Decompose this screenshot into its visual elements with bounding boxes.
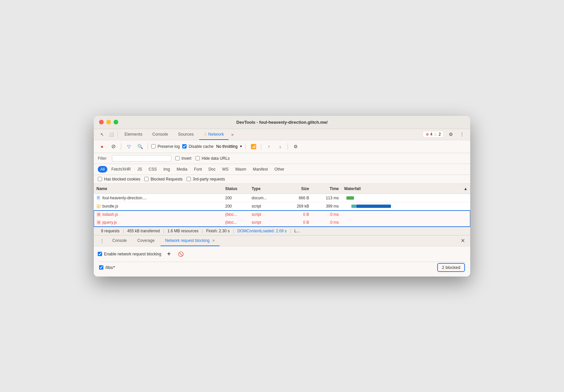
type-media[interactable]: Media bbox=[174, 166, 190, 173]
maximize-button[interactable] bbox=[114, 120, 118, 124]
row2-size: 0 B bbox=[282, 211, 312, 218]
hide-data-urls-input[interactable] bbox=[195, 156, 200, 160]
throttle-select[interactable]: No throttling bbox=[216, 144, 238, 149]
table-row[interactable]: {} bundle.js 200 script 269 kB 399 ms bbox=[94, 202, 470, 211]
tab-console-label: Console bbox=[152, 132, 168, 137]
row0-size: 666 B bbox=[282, 194, 312, 202]
record-icon[interactable]: ● bbox=[98, 142, 106, 151]
pattern-input[interactable] bbox=[99, 265, 103, 270]
type-fetch-xhr[interactable]: Fetch/XHR bbox=[109, 166, 133, 173]
preserve-log-label: Preserve log bbox=[158, 144, 180, 149]
tab-elements-label: Elements bbox=[124, 132, 142, 137]
type-wasm[interactable]: Wasm bbox=[232, 166, 249, 173]
row2-type: script bbox=[249, 211, 282, 218]
blocked-cookies-input[interactable] bbox=[98, 177, 102, 181]
type-other[interactable]: Other bbox=[272, 166, 287, 173]
invert-checkbox[interactable]: Invert bbox=[175, 156, 192, 161]
invert-input[interactable] bbox=[175, 156, 180, 160]
row3-status: (bloc... bbox=[223, 218, 249, 226]
cursor-icon[interactable]: ↖ bbox=[98, 130, 106, 139]
type-ws[interactable]: WS bbox=[220, 166, 231, 173]
type-manifest[interactable]: Manifest bbox=[250, 166, 270, 173]
third-party-label: 3rd-party requests bbox=[193, 177, 225, 181]
third-party-input[interactable] bbox=[187, 177, 191, 181]
error-circle-icon: ⊗ bbox=[426, 132, 429, 137]
blocking-panel: Enable network request blocking + 🚫 /lib… bbox=[94, 246, 470, 277]
enable-blocking-checkbox[interactable]: Enable network request blocking bbox=[98, 252, 161, 256]
tab-network[interactable]: ⚠ Network bbox=[199, 129, 229, 140]
close-tab-icon[interactable]: ✕ bbox=[212, 239, 215, 243]
add-pattern-icon[interactable]: + bbox=[164, 250, 173, 258]
type-all[interactable]: All bbox=[98, 166, 107, 173]
close-panel-icon[interactable]: ✕ bbox=[459, 236, 466, 245]
filter-input-wrap bbox=[112, 155, 171, 162]
minimize-button[interactable] bbox=[106, 120, 111, 124]
bottom-tab-network-blocking[interactable]: Network request blocking ✕ bbox=[160, 236, 220, 246]
th-time[interactable]: Time bbox=[312, 185, 341, 192]
filter-input[interactable] bbox=[114, 156, 160, 161]
filter-icon[interactable]: ▽ bbox=[124, 142, 133, 151]
preserve-log-input[interactable] bbox=[151, 144, 156, 148]
script-blocked-icon bbox=[96, 212, 101, 217]
load-time: L... bbox=[291, 229, 303, 233]
type-img[interactable]: Img bbox=[161, 166, 173, 173]
preserve-log-checkbox[interactable]: Preserve log bbox=[151, 144, 180, 149]
network-table: Name Status Type Size Time Waterfall ▲ bbox=[94, 184, 470, 227]
third-party-checkbox[interactable]: 3rd-party requests bbox=[187, 177, 225, 181]
tab-elements[interactable]: Elements bbox=[120, 129, 147, 140]
wf-bar-green bbox=[346, 196, 354, 200]
type-js[interactable]: JS bbox=[135, 166, 145, 173]
table-row[interactable]: lodash.js (bloc... script 0 B 0 ms bbox=[94, 211, 470, 219]
extra-filter-bar: Has blocked cookies Blocked Requests 3rd… bbox=[94, 175, 470, 184]
pattern-checkbox[interactable]: /libs/* bbox=[99, 265, 115, 270]
th-status[interactable]: Status bbox=[223, 185, 249, 192]
inspect-icon[interactable]: ⬜ bbox=[107, 130, 116, 139]
close-button[interactable] bbox=[99, 120, 104, 124]
bottom-tab-coverage[interactable]: Coverage bbox=[133, 236, 159, 246]
disable-cache-input[interactable] bbox=[182, 144, 187, 148]
upload-icon[interactable]: ↑ bbox=[264, 142, 273, 151]
th-name[interactable]: Name bbox=[94, 185, 223, 192]
bottom-tab-console[interactable]: Console bbox=[108, 236, 131, 246]
type-doc[interactable]: Doc bbox=[206, 166, 218, 173]
more-icon[interactable]: ⋮ bbox=[458, 130, 466, 139]
network-toolbar: ● ⊘ ▽ 🔍 Preserve log Disable cache No th… bbox=[94, 140, 470, 153]
bottom-panel: ⋮ Console Coverage Network request block… bbox=[94, 235, 470, 277]
wifi-icon[interactable]: 📶 bbox=[249, 142, 258, 151]
window-title: DevTools - foul-heavenly-direction.glitc… bbox=[236, 120, 328, 125]
th-waterfall[interactable]: Waterfall ▲ bbox=[341, 185, 470, 192]
tab-sources-label: Sources bbox=[178, 132, 194, 137]
row2-name: lodash.js bbox=[94, 211, 223, 218]
row3-waterfall bbox=[341, 221, 470, 224]
tab-bar: ↖ ⬜ Elements Console Sources ⚠ Network »… bbox=[94, 129, 470, 140]
enable-blocking-input[interactable] bbox=[98, 252, 102, 256]
type-css[interactable]: CSS bbox=[146, 166, 159, 173]
table-row[interactable]: foul-heavenly-direction.... 200 docum...… bbox=[94, 194, 470, 202]
dom-content-loaded: DOMContentLoaded: 2.09 s bbox=[234, 229, 290, 233]
blocked-cookies-label: Has blocked cookies bbox=[104, 177, 140, 181]
net-settings-icon[interactable]: ⚙ bbox=[291, 142, 300, 151]
blocked-cookies-checkbox[interactable]: Has blocked cookies bbox=[98, 177, 140, 181]
blocked-requests-checkbox[interactable]: Blocked Requests bbox=[144, 177, 183, 181]
disable-cache-checkbox[interactable]: Disable cache bbox=[182, 144, 213, 149]
search-icon[interactable]: 🔍 bbox=[136, 142, 144, 151]
tab-more[interactable]: » bbox=[229, 129, 235, 140]
three-dots-icon[interactable]: ⋮ bbox=[98, 236, 106, 245]
row2-status: (bloc... bbox=[223, 211, 249, 218]
settings-icon[interactable]: ⚙ bbox=[446, 130, 455, 139]
download-icon[interactable]: ↓ bbox=[276, 142, 284, 151]
tab-sources[interactable]: Sources bbox=[173, 129, 198, 140]
th-type[interactable]: Type bbox=[249, 185, 282, 192]
blocked-requests-input[interactable] bbox=[144, 177, 149, 181]
table-row[interactable]: jquery.js (bloc... script 0 B 0 ms bbox=[94, 218, 470, 227]
clear-patterns-icon[interactable]: 🚫 bbox=[176, 250, 185, 258]
row3-type: script bbox=[249, 218, 282, 226]
th-size[interactable]: Size bbox=[282, 185, 312, 192]
filter-bar: Filter Invert Hide data URLs bbox=[94, 153, 470, 164]
blocking-row: /libs/* 2 blocked bbox=[98, 262, 466, 273]
hide-data-urls-checkbox[interactable]: Hide data URLs bbox=[195, 156, 230, 161]
clear-icon[interactable]: ⊘ bbox=[109, 142, 118, 151]
type-font[interactable]: Font bbox=[191, 166, 204, 173]
row1-status: 200 bbox=[223, 202, 249, 210]
tab-console[interactable]: Console bbox=[148, 129, 173, 140]
